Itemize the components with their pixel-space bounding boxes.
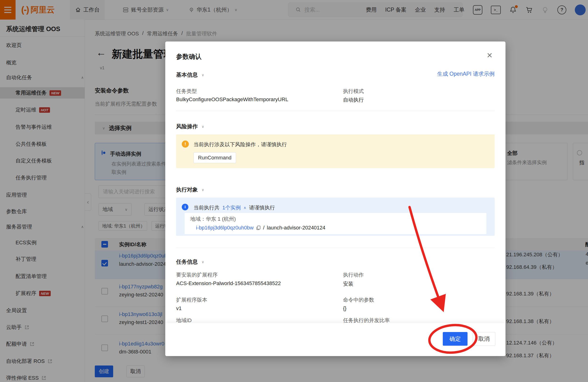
field-label: 命令中的参数 (343, 297, 374, 303)
modal-footer: 确定 取消 (165, 323, 505, 356)
confirm-parameters-modal: 参数确认 × 生成 OpenAPI 请求示例 基本信息∨ 任务类型 BulkyC… (165, 42, 505, 356)
field-value: 安装 (343, 280, 353, 287)
risk-warning-banner: ! 当前执行涉及以下风险操作，请谨慎执行 RunCommand (176, 134, 495, 168)
target-instance-box: 地域：华东 1 (杭州) i-bp16pj3d6lp0qz0uh0bw / la… (185, 213, 486, 234)
risk-operation-tag: RunCommand (193, 152, 236, 163)
target-region: 地域：华东 1 (杭州) (190, 215, 236, 223)
app-root: (-) 阿里云 工作台 账号全部资源∨ 华东1（杭州）∨ 搜索... 费用 IC… (0, 0, 588, 382)
confirm-button[interactable]: 确定 (443, 332, 467, 346)
copy-icon[interactable] (256, 225, 261, 230)
field-value: 自动执行 (343, 96, 364, 104)
field-label: 执行模式 (343, 88, 364, 95)
section-execution-target[interactable]: 执行对象∨ (176, 186, 204, 193)
instance-count-link[interactable]: 1个实例 (222, 204, 241, 211)
collapse-icon[interactable]: ∧ (244, 206, 246, 210)
section-risk-operations[interactable]: 风险操作∨ (176, 123, 204, 130)
chevron-down-icon: ∨ (202, 260, 204, 264)
generate-openapi-link[interactable]: 生成 OpenAPI 请求示例 (437, 70, 495, 78)
section-basic-info[interactable]: 基本信息∨ (176, 71, 204, 79)
target-info-banner: i 当前执行共 1个实例 ∧ 请谨慎执行 地域：华东 1 (杭州) i-bp16… (176, 198, 495, 236)
field-label: 执行动作 (343, 271, 364, 278)
modal-title: 参数确认 (176, 52, 202, 61)
field-label: 任务类型 (176, 88, 197, 95)
target-instance-name: launch-advisor-20240124 (267, 225, 325, 231)
field-value: v1 (176, 305, 182, 312)
modal-cancel-button[interactable]: 取消 (473, 332, 495, 346)
field-value: {} (343, 305, 347, 312)
chevron-down-icon: ∨ (202, 125, 204, 129)
chevron-down-icon: ∨ (202, 188, 204, 192)
section-task-info[interactable]: 任务信息∨ (176, 258, 204, 266)
field-label: 扩展程序版本 (176, 297, 207, 303)
target-instance-id-link[interactable]: i-bp16pj3d6lp0qz0uh0bw (196, 225, 254, 231)
chevron-down-icon: ∨ (202, 73, 204, 77)
info-icon: i (182, 204, 188, 210)
field-label: 要安装的扩展程序 (176, 271, 218, 278)
divider (176, 248, 495, 248)
field-value: ACS-Extension-Palworld-1563457855438522 (176, 280, 281, 287)
warning-icon: ! (182, 141, 189, 148)
field-value: BulkyConfigureOOSPackageWithTemporaryURL (176, 96, 288, 103)
close-icon[interactable]: × (487, 50, 492, 60)
